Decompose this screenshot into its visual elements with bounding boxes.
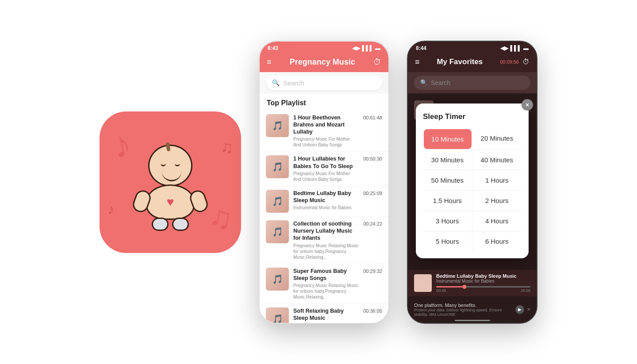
modal-close-button[interactable]: × xyxy=(522,99,533,111)
phone2-timer-icon[interactable]: ⏱ xyxy=(522,58,530,66)
playlist-duration-3: 00:25:09 xyxy=(363,190,382,196)
baby-heart-icon: ♥ xyxy=(167,195,174,209)
baby-leg-left xyxy=(152,218,169,231)
bg-note-2: ♫ xyxy=(206,198,235,237)
playlist-name-4: Collection of soothing Nursery Lullaby M… xyxy=(293,220,359,242)
playlist-sub-1: Pregnancy Music For Mother And Unborn Ba… xyxy=(293,136,359,148)
timer-1-hours[interactable]: 1 Hours xyxy=(472,170,522,191)
playlist-duration-6: 00:36:05 xyxy=(363,307,382,314)
baby-eye-left xyxy=(161,163,166,166)
timer-3-hours[interactable]: 3 Hours xyxy=(423,211,472,231)
playlist-name-1: 1 Hour Beethoven Brahms and Mozart Lulla… xyxy=(293,114,359,136)
playlist-duration-1: 00:61:48 xyxy=(363,114,382,120)
progress-bar[interactable] xyxy=(436,286,530,287)
timer-4-hours[interactable]: 4 Hours xyxy=(472,211,522,231)
baby-eye-right xyxy=(175,163,180,166)
playlist-sub-5: Pregnancy Music Relaxing Music for unbor… xyxy=(293,283,359,300)
playlist-info-4: Collection of soothing Nursery Lullaby M… xyxy=(293,220,359,260)
time-current: 00:45 xyxy=(436,288,446,293)
playlist-info-5: Super Famous Baby Sleep Songs Pregnancy … xyxy=(293,268,359,300)
baby-smile xyxy=(162,172,181,181)
playlist-item-3[interactable]: 🎵 Bedtime Lullaby Baby Sleep Music Instr… xyxy=(260,186,388,217)
playlist-name-3: Bedtime Lullaby Baby Sleep Music xyxy=(293,190,359,204)
timer-6-hours[interactable]: 6 Hours xyxy=(472,231,522,251)
side-note-2: ♪ xyxy=(107,201,115,218)
timer-30-minutes[interactable]: 30 Minutes xyxy=(423,150,472,170)
phone2-hamburger-icon[interactable]: ≡ xyxy=(415,57,420,67)
playlist-info-2: 1 Hour Lullabies for Babies To Go To Sle… xyxy=(293,155,359,182)
baby-figure: ♥ xyxy=(146,145,195,220)
playlist-sub-4: Pregnancy Music Relaxing Music for unbor… xyxy=(293,243,359,260)
phone2-ad-text: One platform. Many benefits. xyxy=(414,303,515,308)
playlist-sub-2: Pregnancy Music For Mother And Unborn Ba… xyxy=(293,171,359,182)
playlist-item-4[interactable]: 🎵 Collection of soothing Nursery Lullaby… xyxy=(260,217,388,264)
time-labels: 00:45 25:09 xyxy=(436,288,530,293)
phone2-ad-content: One platform. Many benefits. Protect you… xyxy=(414,303,515,317)
phone2-ad-close[interactable]: ✕ xyxy=(527,307,530,312)
phone2-header: ≡ My Favorites 00:09:56 ⏱ xyxy=(408,54,537,72)
playlist-thumb-3: 🎵 xyxy=(266,190,289,213)
timer-options-grid: 10 Minutes 20 Minutes 30 Minutes 40 Minu… xyxy=(423,128,522,251)
now-playing-row: Bedtime Lullaby Baby Sleep Music Instrum… xyxy=(414,273,530,293)
playlist-thumb-1: 🎵 xyxy=(266,114,289,137)
playlist-item-1[interactable]: 🎵 1 Hour Beethoven Brahms and Mozart Lul… xyxy=(260,111,388,152)
phone1-search-box[interactable]: 🔍 Search xyxy=(266,76,382,90)
phone1-header-title: Pregnancy Music xyxy=(290,57,355,67)
phone2-search-box[interactable]: 🔍 Search xyxy=(414,76,530,90)
playlist-thumb-2: 🎵 xyxy=(266,155,289,178)
sleep-timer-modal: × Sleep Timer 10 Minutes 20 Minutes 30 M… xyxy=(416,103,529,258)
phone1-header: ≡ Pregnancy Music ⏱ xyxy=(260,54,388,72)
playlist-thumb-5: 🎵 xyxy=(266,268,289,291)
baby-leg-right xyxy=(172,218,189,231)
phone2-search-placeholder: Search xyxy=(431,79,450,86)
bg-note-1: ♪ xyxy=(108,123,135,167)
playlist-sub-6: Pregnancy Music For Mother And Unborn Ba… xyxy=(293,323,359,324)
progress-fill xyxy=(436,286,464,287)
phone2-frame: 8:44 ◀▶ ▌▌▌ ▬ ≡ My Favorites 00:09:56 ⏱ … xyxy=(407,41,537,324)
phone1-content: Top Playlist 🎵 1 Hour Beethoven Brahms a… xyxy=(260,94,388,324)
timer-50-minutes[interactable]: 50 Minutes xyxy=(423,170,472,191)
side-note-1: ♫ xyxy=(221,138,234,157)
phone2-wifi-icon: ◀▶ xyxy=(500,45,508,51)
phone2-timer-display: 00:09:56 xyxy=(500,59,519,65)
progress-dot xyxy=(462,285,466,289)
phone1-frame: 8:43 ◀▶ ▌▌▌ ▬ ≡ Pregnancy Music ⏱ 🔍 Sear… xyxy=(259,41,389,324)
phone2-header-title: My Favorites xyxy=(437,57,483,66)
timer-1-5-hours[interactable]: 1.5 Hours xyxy=(423,191,472,211)
timer-2-hours[interactable]: 2 Hours xyxy=(472,191,522,211)
timer-20-minutes[interactable]: 20 Minutes xyxy=(472,128,522,150)
phone2-ad-play-button[interactable]: ▶ xyxy=(515,305,524,314)
phone2-status-icons: ◀▶ ▌▌▌ ▬ xyxy=(500,45,529,51)
playlist-info-6: Soft Relaxing Baby Sleep Music Pregnancy… xyxy=(293,307,359,324)
playlist-duration-2: 00:50:30 xyxy=(363,155,382,161)
phone1-status-bar: 8:43 ◀▶ ▌▌▌ ▬ xyxy=(260,42,388,54)
playlist-item-2[interactable]: 🎵 1 Hour Lullabies for Babies To Go To S… xyxy=(260,152,388,186)
playlist-name-5: Super Famous Baby Sleep Songs xyxy=(293,268,359,282)
baby-arm-right xyxy=(188,188,210,214)
phone2-battery-icon: ▬ xyxy=(523,45,529,51)
baby-hair xyxy=(165,142,170,151)
timer-10-minutes[interactable]: 10 Minutes xyxy=(424,129,472,149)
battery-icon: ▬ xyxy=(375,45,380,51)
playlist-info-1: 1 Hour Beethoven Brahms and Mozart Lulla… xyxy=(293,114,359,148)
search-icon: 🔍 xyxy=(272,79,280,86)
playlist-name-6: Soft Relaxing Baby Sleep Music xyxy=(293,307,359,322)
now-playing-thumb xyxy=(414,274,432,292)
hamburger-icon[interactable]: ≡ xyxy=(267,57,272,67)
phone1-time: 8:43 xyxy=(268,45,278,51)
phone2-now-playing: Bedtime Lullaby Baby Sleep Music Instrum… xyxy=(408,270,537,296)
timer-40-minutes[interactable]: 40 Minutes xyxy=(472,150,522,170)
phone2-home-indicator xyxy=(455,320,490,321)
phone1-search-placeholder: Search xyxy=(283,79,304,87)
signal-icon: ▌▌▌ xyxy=(362,45,373,51)
phone2-signal-icon: ▌▌▌ xyxy=(510,45,522,51)
playlist-item-6[interactable]: 🎵 Soft Relaxing Baby Sleep Music Pregnan… xyxy=(260,304,388,324)
playlist-item-5[interactable]: 🎵 Super Famous Baby Sleep Songs Pregnanc… xyxy=(260,264,388,304)
time-total: 25:09 xyxy=(520,288,530,293)
wifi-icon: ◀▶ xyxy=(352,45,360,51)
timer-5-hours[interactable]: 5 Hours xyxy=(423,231,472,251)
playlist-sub-3: Instrumental Music for Babies xyxy=(293,205,359,211)
app-icon: ♪ ♫ ♥ ♫ ♪ xyxy=(100,111,241,253)
sleep-timer-icon[interactable]: ⏱ xyxy=(373,57,381,67)
modal-title: Sleep Timer xyxy=(423,112,522,121)
